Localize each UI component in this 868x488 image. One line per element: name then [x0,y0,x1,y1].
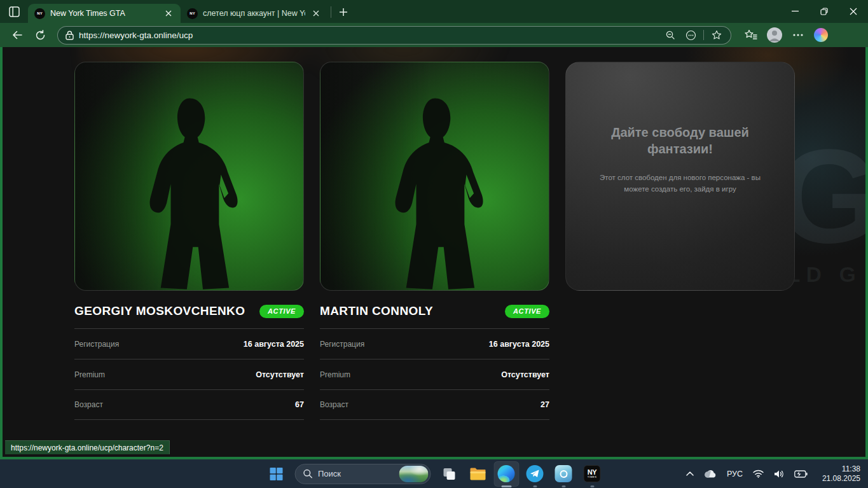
taskbar-search-box[interactable]: Поиск [294,464,431,484]
address-bar[interactable]: https://newyork-gta.online/ucp [57,26,731,45]
detail-label: Premium [74,370,105,379]
copilot-button[interactable] [814,28,828,42]
back-button[interactable] [8,25,27,45]
toolbar-right-group [741,25,828,45]
battery-charging-icon [794,470,808,478]
wifi-tray-button[interactable] [748,463,768,485]
refresh-button[interactable] [31,25,50,45]
detail-value: 67 [295,400,304,409]
workspaces-icon [9,6,20,17]
character-name: GEORGIY MOSKOVCHENKO [74,304,245,318]
edge-icon [498,465,515,482]
profile-avatar[interactable] [767,27,782,43]
tab-actions-menu-button[interactable] [0,0,28,23]
lock-icon [65,31,74,40]
empty-slot-description: Этот слот свободен для нового персонажа … [598,172,763,195]
zoom-out-icon [665,30,675,40]
telegram-taskbar-button[interactable] [522,461,548,487]
empty-slot-panel[interactable]: Дайте свободу вашей фантазии! Этот слот … [565,62,795,291]
detail-row-premium: Premium Отсутствует [74,359,304,389]
wifi-icon [753,470,764,478]
windows-logo-icon [268,466,284,482]
character-card-2[interactable]: MARTIN CONNOLY ACTIVE Регистрация 16 авг… [320,62,549,420]
tab-close-icon[interactable] [310,8,322,19]
character-silhouette [375,93,495,291]
running-app-indicator [590,485,594,487]
tab-close-icon[interactable] [163,8,174,19]
status-bar-link: https://newyork-gta.online/ucp/character… [5,440,170,454]
search-placeholder: Поиск [318,469,393,478]
detail-row-premium: Premium Отсутствует [320,359,549,389]
browser-toolbar: https://newyork-gta.online/ucp [0,23,868,47]
system-tray: РУС [682,459,865,488]
telegram-icon [527,465,544,482]
spiral-app-icon [555,465,572,482]
detail-value: 16 августа 2025 [489,340,549,349]
minimize-button[interactable] [780,0,809,22]
taskbar-center-group: Поиск [263,459,605,488]
ny-gta-app-taskbar-button[interactable]: NY TIMES [579,461,605,487]
cloud-icon [704,470,717,478]
start-button[interactable] [263,461,289,487]
ellipsis-icon [793,34,803,36]
window-controls [780,0,868,22]
detail-row-age: Возраст 27 [320,389,549,420]
task-view-icon [441,466,457,482]
search-icon [303,469,312,478]
tray-time: 11:38 [822,464,860,474]
empty-slot-title: Дайте свободу вашей фантазии! [588,124,773,157]
tray-clock[interactable]: 11:38 21.08.2025 [817,464,865,484]
edge-taskbar-button[interactable] [493,461,519,487]
detail-label: Возраст [320,400,348,409]
detail-label: Возраст [74,400,103,409]
character-silhouette [129,93,250,291]
detail-value: Отсутствует [501,370,549,379]
close-window-button[interactable] [839,0,868,22]
add-favorite-button[interactable] [709,27,724,43]
character-card-1[interactable]: GEORGIY MOSKOVCHENKO ACTIVE Регистрация … [74,62,304,420]
tab-title: New York Times GTA [50,9,158,18]
detail-row-age: Возраст 67 [74,389,304,420]
url-text: https://newyork-gta.online/ucp [79,31,193,40]
favorites-button[interactable] [741,25,761,45]
onedrive-tray-button[interactable] [699,463,721,485]
character-image[interactable] [74,62,304,291]
detail-row-registration: Регистрация 16 августа 2025 [320,328,549,359]
dots-circle-icon [685,30,696,41]
new-tab-button[interactable] [335,4,352,20]
search-daily-image[interactable] [399,466,428,482]
zoom-level-button[interactable] [663,27,678,43]
person-icon [767,27,782,43]
browser-window: NY New York Times GTA NY слетел юцп акка… [0,0,868,488]
tab-active[interactable]: NY New York Times GTA [28,4,181,23]
task-view-button[interactable] [436,461,462,487]
site-permissions-button[interactable] [683,27,698,43]
tab-inactive[interactable]: NY слетел юцп аккаунт | New York T [181,4,328,23]
empty-slot-card[interactable]: Дайте свободу вашей фантазии! Этот слот … [565,62,795,420]
favorites-list-icon [745,29,757,41]
status-badge: ACTIVE [505,305,549,318]
detail-value: Отсутствует [256,370,304,379]
battery-tray-button[interactable] [790,463,812,485]
site-favicon: NY [187,8,198,19]
refresh-icon [35,30,46,41]
character-details: Регистрация 16 августа 2025 Premium Отсу… [74,328,304,420]
spiral-app-taskbar-button[interactable] [551,461,576,487]
volume-tray-button[interactable] [769,463,789,485]
back-arrow-icon [11,29,23,41]
detail-row-registration: Регистрация 16 августа 2025 [74,328,304,359]
settings-more-button[interactable] [789,25,808,45]
character-details: Регистрация 16 августа 2025 Premium Отсу… [320,328,549,420]
running-app-indicator [533,485,537,487]
restore-button[interactable] [809,0,839,22]
running-app-indicator [561,485,565,487]
character-name: MARTIN CONNOLY [320,304,433,318]
tab-title: слетел юцп аккаунт | New York T [203,9,305,18]
file-explorer-button[interactable] [465,461,490,487]
tray-overflow-button[interactable] [682,463,698,485]
character-image[interactable] [320,62,549,291]
ny-gta-app-icon: NY TIMES [584,465,601,482]
language-indicator[interactable]: РУС [722,463,747,485]
tab-divider [331,6,331,18]
detail-label: Premium [320,370,350,379]
